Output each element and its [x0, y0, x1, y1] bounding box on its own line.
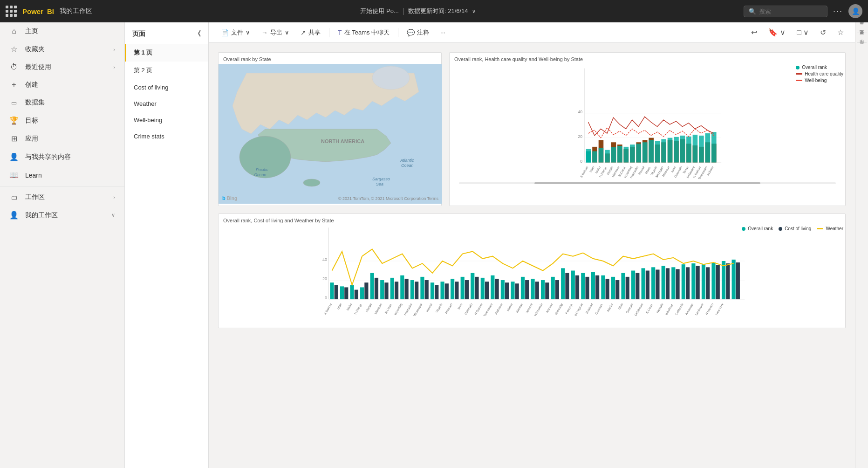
sidebar-item-create[interactable]: + 创建	[0, 76, 124, 94]
apps-grid-icon[interactable]	[6, 6, 17, 17]
search-box[interactable]: 🔍	[744, 6, 827, 17]
view-button[interactable]: □ ∨	[793, 26, 813, 39]
sidebar-label-favorites: 收藏夹	[25, 45, 107, 54]
svg-text:Georgia: Georgia	[625, 303, 634, 314]
svg-text:N.Dakota: N.Dakota	[474, 303, 483, 316]
map-copyright: © 2021 TomTom, © 2021 Microsoft Corporat…	[338, 196, 438, 201]
svg-text:0: 0	[580, 159, 582, 164]
svg-rect-141	[595, 275, 599, 299]
svg-text:Virginia: Virginia	[435, 303, 443, 313]
sidebar-item-datasets[interactable]: ▭ 数据集	[0, 94, 124, 111]
bing-watermark: b Bing	[222, 195, 237, 201]
teams-button[interactable]: T 在 Teams 中聊天	[333, 26, 394, 40]
refresh-button[interactable]: ↺	[816, 26, 830, 39]
svg-rect-89	[335, 285, 338, 299]
powerbi-logo: Power BI	[22, 7, 54, 15]
bar-chart-title: Overall rank, Health care quality and We…	[450, 53, 845, 64]
export-button[interactable]: → 导出 ∨	[257, 26, 294, 40]
svg-rect-125	[515, 283, 519, 299]
page-item-cost-of-living[interactable]: Cost of living	[125, 79, 208, 96]
page-item-weather[interactable]: Weather	[125, 96, 208, 112]
svg-rect-91	[344, 287, 348, 299]
workspace-label: 我的工作区	[60, 7, 92, 15]
chart-scrollbar[interactable]	[459, 182, 836, 184]
more-options-button[interactable]: ···	[436, 26, 450, 39]
svg-rect-156	[671, 267, 675, 299]
svg-text:Atlantic: Atlantic	[400, 158, 414, 163]
svg-rect-123	[505, 282, 509, 299]
svg-rect-42	[605, 150, 610, 163]
legend-dot-bottom-cost	[779, 227, 782, 231]
toolbar: 📄 文件 ∨ → 导出 ∨ ↗ 共享 T 在 Teams 中聊天	[209, 22, 855, 43]
logo-bi: BI	[47, 7, 54, 15]
sidebar-item-workspace[interactable]: 🗃 工作区 ›	[0, 188, 124, 206]
sidebar-item-goals[interactable]: 🏆 目标	[0, 111, 124, 130]
svg-rect-98	[380, 280, 384, 299]
svg-text:Oklahoma: Oklahoma	[634, 303, 643, 316]
page-item-crime-stats[interactable]: Crime stats	[125, 128, 208, 145]
svg-rect-92	[350, 285, 354, 299]
svg-rect-47	[636, 144, 641, 162]
sidebar-item-shared[interactable]: 👤 与我共享的内容	[0, 148, 124, 166]
svg-text:NORTH AMERICA: NORTH AMERICA	[321, 138, 364, 144]
sidebar-item-apps[interactable]: ⊞ 应用	[0, 130, 124, 148]
sidebar-item-favorites[interactable]: ☆ 收藏夹 ›	[0, 40, 124, 58]
page-item-well-being[interactable]: Well-being	[125, 112, 208, 128]
svg-rect-147	[626, 277, 629, 299]
svg-text:New York: New York	[715, 303, 724, 316]
svg-rect-154	[662, 266, 665, 299]
svg-rect-45	[624, 147, 629, 163]
svg-rect-49	[649, 140, 654, 162]
page-item-page2[interactable]: 第 2 页	[125, 62, 208, 79]
svg-rect-145	[615, 280, 619, 299]
map-chart-card: Overall rank by State	[218, 52, 442, 206]
apps-icon: ⊞	[9, 134, 19, 143]
main-area: 📄 文件 ∨ → 导出 ∨ ↗ 共享 T 在 Teams 中聊天	[209, 22, 855, 468]
svg-text:Missouri: Missouri	[444, 303, 453, 314]
file-button[interactable]: 📄 文件 ∨	[216, 26, 255, 40]
svg-rect-136	[571, 271, 575, 300]
logo-power: Power	[22, 7, 43, 15]
sidebar-item-recent[interactable]: ⏱ 最近使用 ›	[0, 58, 124, 76]
svg-rect-121	[495, 279, 499, 299]
svg-text:0: 0	[325, 296, 327, 300]
page-item-page1[interactable]: 第 1 页	[125, 44, 208, 62]
search-input[interactable]	[759, 8, 822, 15]
svg-text:Alaska: Alaska	[606, 303, 614, 312]
avatar[interactable]: 👤	[848, 4, 862, 18]
bookmark-button[interactable]: 🔖 ∨	[765, 26, 789, 39]
svg-rect-99	[384, 282, 388, 299]
topbar-center: 开始使用 Po... | 数据更新时间: 21/6/14 ∨	[98, 7, 738, 15]
undo-button[interactable]: ↩	[747, 26, 761, 39]
sidebar-item-my-workspace[interactable]: 👤 我的工作区 ∨	[0, 206, 124, 224]
sidebar-item-learn[interactable]: 📖 Learn	[0, 166, 124, 184]
comment-button[interactable]: 💬 注释	[402, 26, 434, 40]
more-options-icon[interactable]: ···	[833, 7, 843, 16]
map-svg: Pacific Ocean Atlantic Ocean Sargasso Se…	[219, 64, 442, 199]
legend-overall-rank: Overall rank	[796, 65, 843, 70]
pages-collapse-button[interactable]: 《	[194, 30, 201, 38]
svg-text:Utah: Utah	[589, 165, 595, 173]
svg-rect-153	[656, 269, 659, 299]
bottom-chart-svg: 0 20 40	[223, 225, 841, 316]
svg-rect-44	[617, 146, 622, 163]
svg-rect-116	[471, 273, 474, 299]
fields-panel-icon[interactable]: 字段	[858, 46, 866, 49]
filter-panel-icon[interactable]: 筛选器	[858, 26, 866, 30]
svg-rect-134	[561, 268, 565, 299]
bar-chart-card: Overall rank, Health care quality and We…	[449, 52, 846, 206]
share-button[interactable]: ↗ 共享	[296, 26, 325, 40]
sidebar-item-home[interactable]: ⌂ 主页	[0, 22, 124, 40]
my-workspace-icon: 👤	[9, 211, 19, 220]
svg-text:Ohio: Ohio	[617, 303, 623, 310]
svg-text:S.Dakota: S.Dakota	[580, 165, 589, 179]
svg-text:Kansas: Kansas	[515, 303, 523, 313]
svg-text:Connect.: Connect.	[595, 303, 603, 315]
svg-text:Nevada: Nevada	[656, 303, 664, 314]
svg-text:Kentucky: Kentucky	[554, 303, 564, 316]
viz-panel-icon[interactable]: 可视化效果	[858, 36, 866, 40]
svg-rect-59	[711, 132, 717, 162]
book-icon: 📖	[9, 171, 19, 179]
chevron-down-icon[interactable]: ∨	[472, 8, 476, 14]
favorites-button[interactable]: ☆	[834, 26, 847, 39]
